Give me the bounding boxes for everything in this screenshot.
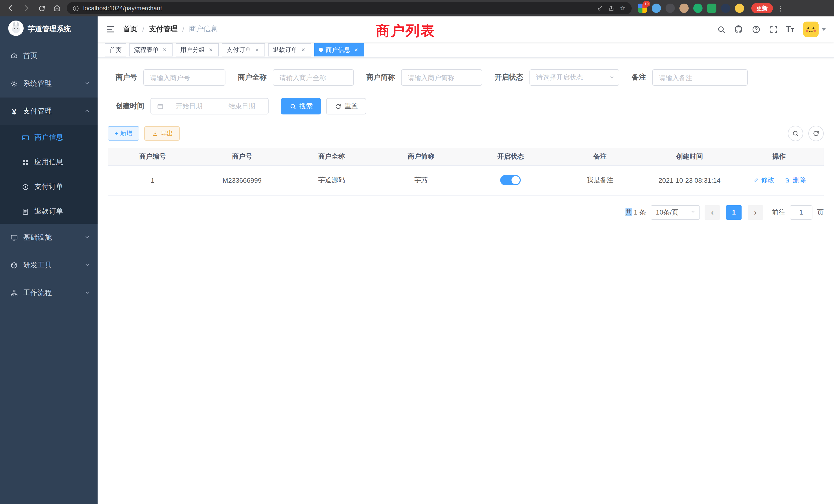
full-name-input[interactable]: [273, 69, 354, 86]
caret-down-icon: [822, 28, 826, 30]
tab-label: 商户信息: [326, 45, 350, 54]
navbar-actions: TT: [716, 22, 826, 37]
cell-remark: 我是备注: [555, 165, 645, 195]
page-size-select[interactable]: 10条/页: [651, 205, 700, 220]
gear-icon: [10, 80, 18, 88]
extension-badge: 10: [643, 1, 650, 7]
tab-merchant-info[interactable]: 商户信息 ×: [314, 43, 364, 56]
sidebar-item-merchant-info[interactable]: 商户信息: [0, 125, 97, 150]
font-size-icon[interactable]: TT: [786, 25, 794, 33]
edit-link[interactable]: 修改: [752, 176, 774, 185]
extension-icon[interactable]: [707, 4, 717, 13]
help-icon[interactable]: [751, 24, 761, 35]
browser-update-button[interactable]: 更新: [751, 3, 773, 13]
delete-link[interactable]: 删除: [784, 176, 806, 185]
fullscreen-icon[interactable]: [768, 24, 778, 35]
browser-forward-icon[interactable]: [21, 3, 32, 14]
status-toggle[interactable]: [500, 175, 521, 185]
date-range-picker[interactable]: 开始日期 - 结束日期: [151, 98, 269, 114]
password-key-icon[interactable]: [596, 4, 604, 12]
date-start-input[interactable]: 开始日期: [168, 101, 210, 111]
site-info-icon[interactable]: [72, 4, 80, 12]
cell-full-name: 芋道源码: [287, 165, 376, 195]
address-bar[interactable]: localhost:1024/pay/merchant ☆: [67, 2, 632, 14]
breadcrumb-separator: /: [182, 25, 184, 33]
toggle-search-button[interactable]: [788, 126, 803, 141]
bookmark-star-icon[interactable]: ☆: [619, 4, 627, 12]
close-icon[interactable]: ×: [353, 46, 359, 53]
sidebar-menu: 首页 系统管理 ¥ 支付管理: [0, 42, 97, 307]
extension-icon[interactable]: [679, 4, 689, 13]
goto-page-input[interactable]: [790, 205, 812, 220]
sidebar-item-workflow[interactable]: 工作流程: [0, 279, 97, 307]
extension-icon[interactable]: 10: [638, 4, 647, 13]
page-number-1[interactable]: 1: [726, 205, 742, 220]
extension-icon[interactable]: [735, 4, 744, 13]
close-icon[interactable]: ×: [161, 46, 168, 53]
share-icon[interactable]: [608, 4, 615, 12]
close-icon[interactable]: ×: [207, 46, 214, 53]
yen-icon: ¥: [10, 107, 18, 116]
close-icon[interactable]: ×: [254, 46, 260, 53]
browser-reload-icon[interactable]: [36, 3, 47, 14]
browser-home-icon[interactable]: [51, 3, 63, 14]
url-text[interactable]: localhost:1024/pay/merchant: [83, 5, 593, 12]
export-button[interactable]: 导出: [144, 126, 180, 141]
sidebar-item-system[interactable]: 系统管理: [0, 70, 97, 97]
filter-remark: 备注: [632, 69, 748, 86]
search-button[interactable]: 搜索: [281, 98, 321, 114]
close-icon[interactable]: ×: [300, 46, 307, 53]
next-page-button[interactable]: ›: [748, 205, 763, 220]
sidebar-item-payment[interactable]: ¥ 支付管理: [0, 97, 97, 125]
sidebar-item-refund-orders[interactable]: 退款订单: [0, 199, 97, 224]
cell-short-name: 芋艿: [376, 165, 466, 195]
col-status: 开启状态: [466, 148, 555, 165]
breadcrumb-item[interactable]: 首页: [123, 25, 138, 34]
sidebar-item-label: 系统管理: [23, 79, 79, 88]
github-icon[interactable]: [733, 24, 744, 35]
tab-refund-orders[interactable]: 退款订单 ×: [268, 43, 311, 56]
sidebar-item-home[interactable]: 首页: [0, 42, 97, 70]
tab-process-form[interactable]: 流程表单 ×: [129, 43, 173, 56]
prev-page-button[interactable]: ‹: [705, 205, 720, 220]
col-remark: 备注: [555, 148, 645, 165]
sidebar-item-label: 应用信息: [35, 158, 63, 167]
short-name-input[interactable]: [401, 69, 482, 86]
breadcrumb-item[interactable]: 支付管理: [149, 25, 178, 34]
sidebar-item-label: 支付管理: [23, 107, 79, 116]
date-end-input[interactable]: 结束日期: [221, 101, 263, 111]
refresh-table-button[interactable]: [808, 126, 824, 141]
sidebar-item-app-info[interactable]: 应用信息: [0, 150, 97, 175]
extension-icon[interactable]: [652, 4, 661, 13]
user-menu[interactable]: [803, 22, 826, 37]
tab-home[interactable]: 首页: [105, 43, 126, 56]
active-dot: [319, 48, 323, 52]
tab-user-group[interactable]: 用户分组 ×: [176, 43, 219, 56]
remark-input[interactable]: [652, 69, 748, 86]
target-icon: [22, 183, 29, 191]
extension-icon[interactable]: [721, 4, 730, 13]
merchant-no-input[interactable]: [143, 69, 225, 86]
add-button[interactable]: + 新增: [108, 126, 139, 141]
search-icon[interactable]: [716, 24, 726, 35]
sidebar-item-infrastructure[interactable]: 基础设施: [0, 224, 97, 251]
status-select[interactable]: 请选择开启状态: [529, 69, 619, 86]
top-navbar: 首页 / 支付管理 / 商户信息 商户列表: [97, 17, 834, 42]
user-avatar[interactable]: [803, 22, 818, 37]
tags-view: 首页 流程表单 × 用户分组 × 支付订单 × 退款订单 ×: [97, 42, 834, 58]
reset-button[interactable]: 重置: [326, 98, 366, 114]
filter-status: 开启状态 请选择开启状态: [495, 69, 619, 86]
tab-payment-orders[interactable]: 支付订单 ×: [222, 43, 265, 56]
sidebar-item-label: 工作流程: [23, 289, 79, 298]
extension-icon[interactable]: [693, 4, 703, 13]
browser-back-icon[interactable]: [5, 3, 17, 14]
col-merchant-id: 商户编号: [108, 148, 197, 165]
browser-menu-icon[interactable]: ⋮: [777, 4, 784, 12]
breadcrumb-current: 商户信息: [189, 25, 218, 34]
page-annotation: 商户列表: [376, 22, 436, 40]
sidebar-item-dev-tools[interactable]: 研发工具: [0, 251, 97, 279]
sidebar-item-payment-orders[interactable]: 支付订单: [0, 175, 97, 199]
document-icon: [22, 208, 29, 215]
extension-icon[interactable]: [665, 4, 675, 13]
hamburger-icon[interactable]: [105, 24, 116, 35]
